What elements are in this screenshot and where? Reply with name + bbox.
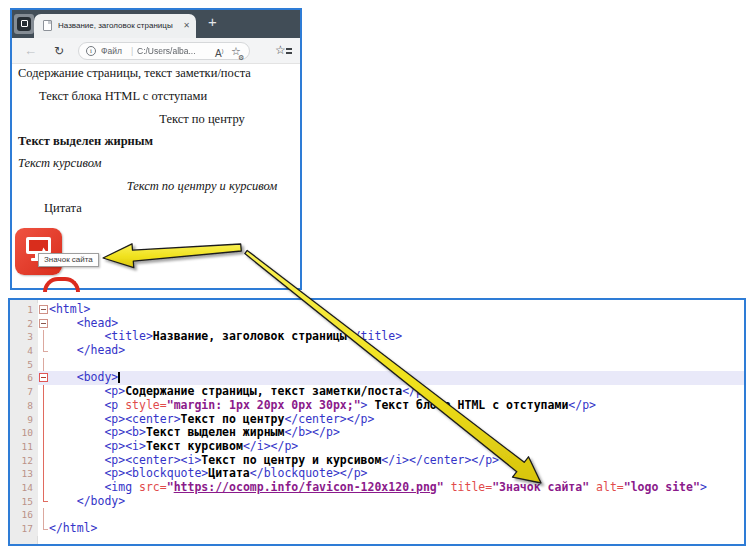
fold-margin-cell xyxy=(38,426,49,440)
code-line[interactable]: 3 <title>Название, заголовок страницы</t… xyxy=(10,330,744,344)
fold-margin-cell[interactable] xyxy=(38,303,49,317)
code-line[interactable]: 4 </head> xyxy=(10,344,744,358)
line-number: 5 xyxy=(10,358,38,372)
code-text: <html> xyxy=(49,303,744,317)
code-text: </html> xyxy=(49,522,744,536)
page-paragraph: Цитата xyxy=(12,201,300,216)
code-line[interactable]: 1<html> xyxy=(10,303,744,317)
favorites-settings-icon[interactable]: ☆⚙ xyxy=(231,43,241,59)
page-paragraph: Текст блока HTML с отступами xyxy=(12,89,300,104)
page-paragraph: Текст по центру xyxy=(12,112,300,127)
page-paragraph: Текст курсивом xyxy=(12,156,300,171)
fold-margin-cell xyxy=(38,413,49,427)
code-lines-container[interactable]: 1<html>2 <head>3 <title>Название, заголо… xyxy=(10,303,744,536)
fold-margin-cell xyxy=(38,481,49,495)
refresh-icon[interactable]: ↻ xyxy=(54,38,64,64)
text-caret xyxy=(118,372,120,383)
fold-margin-cell xyxy=(38,399,49,413)
browser-window: Название, заголовок страницы ✕ + ← ↻ i Ф… xyxy=(10,8,302,290)
code-text: <body> xyxy=(49,371,744,385)
page-icon xyxy=(43,20,52,31)
code-text: <p>Содержание страницы, текст заметки/по… xyxy=(49,385,744,399)
back-icon[interactable]: ← xyxy=(24,38,37,64)
code-text xyxy=(49,358,744,372)
code-line[interactable]: 13 <p><blockquote>Цитата</blockquote></p… xyxy=(10,467,744,481)
fold-collapse-icon xyxy=(39,305,48,314)
tab-close-icon[interactable]: ✕ xyxy=(183,21,190,30)
code-text: <head> xyxy=(49,317,744,331)
fold-margin-cell xyxy=(38,522,49,536)
tab-title: Название, заголовок страницы xyxy=(58,21,182,30)
line-number: 6 xyxy=(10,371,38,385)
fold-margin-cell xyxy=(38,508,49,522)
line-number: 2 xyxy=(10,317,38,331)
code-line[interactable]: 16 xyxy=(10,508,744,522)
page-paragraph: Текст выделен жирным xyxy=(12,134,300,149)
code-line[interactable]: 17</html> xyxy=(10,522,744,536)
site-logo-image[interactable] xyxy=(15,228,62,275)
code-line[interactable]: 11 <p><i>Текст курсивом</i></p> xyxy=(10,440,744,454)
fold-margin-cell xyxy=(38,344,49,358)
fold-margin-cell xyxy=(38,440,49,454)
fold-margin-cell xyxy=(38,467,49,481)
code-line[interactable]: 15 </body> xyxy=(10,495,744,509)
code-line[interactable]: 9 <p><center>Текст по центру</center></p… xyxy=(10,413,744,427)
fold-margin-cell xyxy=(38,330,49,344)
address-separator: | xyxy=(131,43,133,59)
line-number: 14 xyxy=(10,481,38,495)
code-text xyxy=(49,508,744,522)
line-number: 1 xyxy=(10,303,38,317)
page-paragraph: Содержание страницы, текст заметки/поста xyxy=(12,66,300,81)
fold-collapse-icon xyxy=(39,373,48,382)
tab-actions-button[interactable] xyxy=(14,14,34,34)
new-tab-button[interactable]: + xyxy=(208,13,217,30)
code-text: <p style="margin: 1px 20px 0px 30px;"> Т… xyxy=(49,399,744,413)
code-text: </body> xyxy=(49,495,744,509)
line-number: 15 xyxy=(10,495,38,509)
line-number: 10 xyxy=(10,426,38,440)
fold-margin-cell[interactable] xyxy=(38,317,49,331)
rendered-page: Содержание страницы, текст заметки/поста… xyxy=(12,64,300,288)
fold-margin-cell xyxy=(38,358,49,372)
code-text: <p><b>Текст выделен жирным</b></p> xyxy=(49,426,744,440)
monitor-icon xyxy=(26,237,51,254)
code-line[interactable]: 5 xyxy=(10,358,744,372)
code-line[interactable]: 10 <p><b>Текст выделен жирным</b></p> xyxy=(10,426,744,440)
address-path[interactable]: C:/Users/alba... xyxy=(137,43,196,59)
line-number: 7 xyxy=(10,385,38,399)
protocol-label: Файл xyxy=(101,43,122,59)
code-line[interactable]: 7 <p>Содержание страницы, текст заметки/… xyxy=(10,385,744,399)
line-number: 11 xyxy=(10,440,38,454)
code-text: </head> xyxy=(49,344,744,358)
code-text: <p><center><i>Текст по центру и курсивом… xyxy=(49,454,744,468)
image-title-tooltip: Значок сайта xyxy=(38,253,99,267)
site-info-icon[interactable]: i xyxy=(86,46,96,56)
code-line[interactable]: 8 <p style="margin: 1px 20px 0px 30px;">… xyxy=(10,399,744,413)
line-number: 8 xyxy=(10,399,38,413)
code-text: <p><center>Текст по центру</center></p> xyxy=(49,413,744,427)
line-number: 13 xyxy=(10,467,38,481)
browser-titlebar: Название, заголовок страницы ✕ + xyxy=(12,10,300,38)
address-bar[interactable]: i Файл | C:/Users/alba... A) ☆⚙ xyxy=(78,42,250,60)
line-number: 16 xyxy=(10,508,38,522)
code-text: <title>Название, заголовок страницы</tit… xyxy=(49,330,744,344)
line-number: 12 xyxy=(10,454,38,468)
fold-margin-cell xyxy=(38,495,49,509)
browser-toolbar: ← ↻ i Файл | C:/Users/alba... A) ☆⚙ ☆ xyxy=(12,38,300,64)
page-paragraph: Текст по центру и курсивом xyxy=(12,179,300,194)
browser-tab[interactable]: Название, заголовок страницы ✕ xyxy=(34,14,196,38)
fold-margin-cell[interactable] xyxy=(38,371,49,385)
code-text: <p><i>Текст курсивом</i></p> xyxy=(49,440,744,454)
code-line[interactable]: 14 <img src="https://ocomp.info/favicon-… xyxy=(10,481,744,495)
read-aloud-icon[interactable]: A) xyxy=(215,43,223,59)
fold-margin-cell xyxy=(38,454,49,468)
code-line[interactable]: 12 <p><center><i>Текст по центру и курси… xyxy=(10,454,744,468)
code-line[interactable]: 6 <body> xyxy=(10,371,744,385)
code-line[interactable]: 2 <head> xyxy=(10,317,744,331)
code-text: <img src="https://ocomp.info/favicon-120… xyxy=(49,481,744,495)
favorites-hub-icon[interactable]: ☆ xyxy=(275,43,286,57)
line-number: 9 xyxy=(10,413,38,427)
fold-collapse-icon xyxy=(39,319,48,328)
line-number: 4 xyxy=(10,344,38,358)
code-editor-panel[interactable]: 1<html>2 <head>3 <title>Название, заголо… xyxy=(8,298,746,546)
